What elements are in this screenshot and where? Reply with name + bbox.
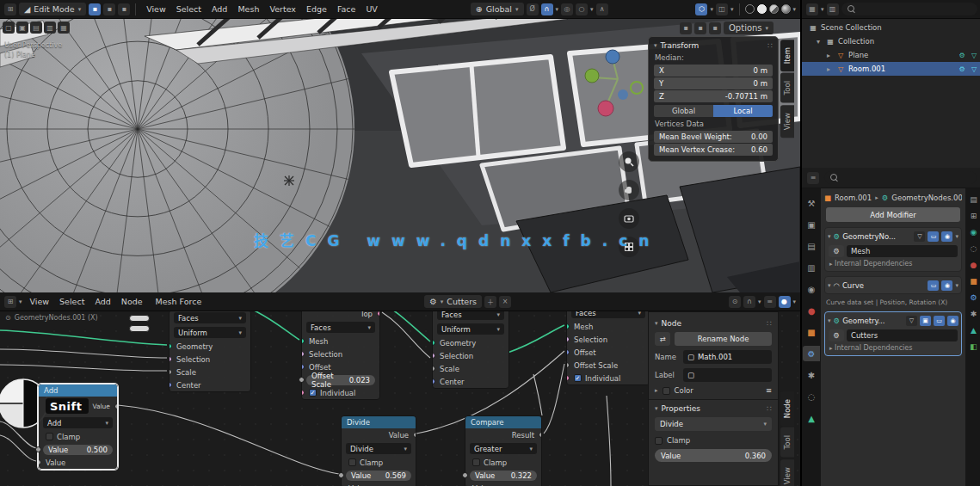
object-tab-icon[interactable]: ■	[803, 324, 820, 340]
value-field[interactable]: Value0.322	[470, 471, 537, 481]
scale-mode-dropdown[interactable]: Uniform▾	[174, 327, 246, 338]
outliner-row-scene-collection[interactable]: ▦ Scene Collection	[802, 21, 980, 34]
editor-type-icon[interactable]: ≡	[807, 172, 819, 184]
editor-type-icon[interactable]: ⊞	[4, 3, 16, 15]
options-dropdown[interactable]: Options ▾	[724, 22, 774, 34]
viewport-sidebar-tab[interactable]: Item	[780, 40, 794, 71]
offset-scale-socket[interactable]	[299, 377, 305, 383]
panel-drag-icon[interactable]: ∷	[767, 41, 773, 50]
realtime-display-toggle[interactable]: ▭	[928, 231, 939, 242]
object-data-tab-icon[interactable]: ▲	[803, 410, 820, 426]
properties-search-input[interactable]	[824, 171, 977, 184]
viewport-menu[interactable]: Select	[171, 3, 206, 15]
offset-socket[interactable]	[567, 349, 570, 355]
view-layer-tab-icon[interactable]: ⊞	[971, 212, 977, 220]
geometry-socket[interactable]	[169, 343, 172, 349]
chevron-down-icon[interactable]: ▾	[793, 298, 797, 305]
color-checkbox[interactable]	[663, 387, 670, 395]
render-display-toggle[interactable]: ◉	[947, 316, 958, 326]
node-label-input[interactable]: ▢	[683, 368, 772, 382]
physics-tab-icon[interactable]: ◌	[803, 389, 820, 404]
material-shading-icon[interactable]	[769, 4, 779, 14]
extras-icon[interactable]: ▾	[955, 282, 958, 289]
clamp-checkbox[interactable]	[46, 433, 53, 440]
panel-collapse-icon[interactable]: ▾	[828, 233, 831, 240]
selection-socket[interactable]	[169, 356, 172, 362]
presets-icon[interactable]: ≡	[766, 386, 772, 395]
viewport-display-toggle[interactable]: ▣	[920, 316, 931, 326]
collapsed-node[interactable]	[129, 325, 150, 332]
selection-socket[interactable]	[567, 336, 570, 342]
zoom-icon[interactable]	[619, 151, 639, 172]
expand-icon[interactable]: ▾	[814, 38, 823, 46]
node-tree-label[interactable]: Mesh Force	[151, 295, 207, 308]
edge-select-icon[interactable]: ▪	[103, 3, 115, 15]
chevron-down-icon[interactable]: ▾	[758, 298, 761, 305]
proportional-editing-icon[interactable]: ○	[576, 3, 588, 15]
viewport-menu[interactable]: Edge	[301, 3, 332, 15]
swap-icon[interactable]: ⇄	[655, 332, 670, 346]
mirror-x-icon[interactable]: ▪	[680, 22, 692, 34]
rename-node-button[interactable]: Rename Node	[675, 332, 772, 346]
clamp-checkbox[interactable]	[348, 458, 356, 466]
output-tab-icon[interactable]: ▤	[970, 195, 977, 204]
expand-icon[interactable]: ▸	[824, 52, 833, 59]
operation-dropdown[interactable]: Add▾	[43, 417, 113, 428]
viewport-menu[interactable]: Add	[206, 3, 232, 15]
edit-mode-display-toggle[interactable]: ▽	[914, 231, 925, 242]
node-editor-menu[interactable]: Add	[89, 295, 115, 308]
add-modifier-button[interactable]: Add Modifier	[826, 207, 960, 222]
navigation-gizmo[interactable]	[583, 43, 652, 138]
value-socket[interactable]	[462, 472, 468, 478]
unlink-nodetree-icon[interactable]: ×	[499, 296, 511, 308]
outliner-row-collection[interactable]: ▾ ▦ Collection	[802, 34, 980, 48]
viewport-menu[interactable]: Mesh	[232, 3, 264, 15]
nodetree-icon[interactable]: ⚙	[829, 329, 844, 341]
offset-socket[interactable]	[302, 364, 305, 370]
modifiers-tab-icon[interactable]: ⚙	[803, 346, 820, 361]
value-socket[interactable]	[35, 446, 41, 452]
pin-icon[interactable]: ⊙	[729, 296, 741, 308]
particles-tab-icon[interactable]: ✱	[803, 367, 820, 383]
node-group-field[interactable]: Cutters	[847, 329, 958, 341]
scene-tab-icon[interactable]: ◉	[971, 228, 977, 237]
chevron-down-icon[interactable]: ▾	[821, 6, 824, 13]
outliner-row-room[interactable]: ▸ ▽ Room.001 ⚙ ▽	[802, 62, 980, 76]
chevron-down-icon[interactable]: ▾	[19, 298, 22, 305]
offset-scale-field[interactable]: Offset Scale0.023	[306, 375, 375, 385]
new-nodetree-icon[interactable]: ＋	[484, 296, 496, 308]
tool-icon-4[interactable]: ▥	[44, 22, 56, 34]
operation-dropdown[interactable]: Divide▾	[346, 443, 411, 454]
viewport-sidebar-tab[interactable]: Tool	[780, 73, 794, 103]
node-editor-menu[interactable]: Node	[116, 295, 148, 308]
extras-icon[interactable]: ▾	[955, 233, 958, 240]
operation-dropdown[interactable]: Divide ▾	[655, 417, 772, 431]
clamp-checkbox[interactable]	[472, 458, 480, 466]
mesh-socket[interactable]	[302, 338, 305, 344]
modifier-name[interactable]: Geometry...	[842, 317, 903, 325]
individual-checkbox[interactable]: ✓	[309, 389, 317, 397]
overlays-toggle-icon[interactable]: ●	[779, 296, 791, 308]
particles-tab-icon[interactable]: ✱	[971, 310, 977, 318]
viewport-menu[interactable]: Vertex	[264, 3, 301, 15]
compare-node-header[interactable]: Compare	[465, 416, 541, 428]
chevron-down-icon[interactable]: ▾	[556, 6, 559, 13]
value-slider[interactable]: Value 0.360	[655, 449, 772, 462]
render-tab-icon[interactable]: ▣	[803, 217, 820, 232]
node-extrude-mesh[interactable]: Faces▾ Mesh Selection Offset Offset Scal…	[566, 305, 650, 385]
outliner-row-plane[interactable]: ▸ ▽ Plane ⚙ ▽	[802, 48, 980, 62]
breadcrumb-object[interactable]: Room.001	[835, 194, 872, 202]
rendered-shading-icon[interactable]	[781, 4, 791, 14]
edit-mode-display-toggle[interactable]: ▽	[906, 316, 917, 326]
value-output-socket[interactable]	[413, 432, 416, 438]
camera-view-icon[interactable]	[619, 208, 639, 229]
center-socket[interactable]	[169, 382, 172, 388]
physics-tab-icon[interactable]: ◌	[971, 244, 977, 253]
mean-bevel-weight-field[interactable]: Mean Bevel Weight: 0.00	[654, 131, 773, 143]
scene-tab-icon[interactable]: ◉	[803, 281, 820, 297]
tool-icon-1[interactable]: ▢	[3, 22, 15, 34]
median-y-field[interactable]: Y 0 m	[654, 77, 773, 89]
node-group-datablock[interactable]: ⚙ ▾ Cutters	[424, 295, 482, 308]
node-math-renaming[interactable]: Add Snift Value Add▾ Clamp Value0.500 Va…	[38, 384, 118, 470]
modifiers-tab-icon[interactable]: ⚙	[970, 293, 977, 302]
